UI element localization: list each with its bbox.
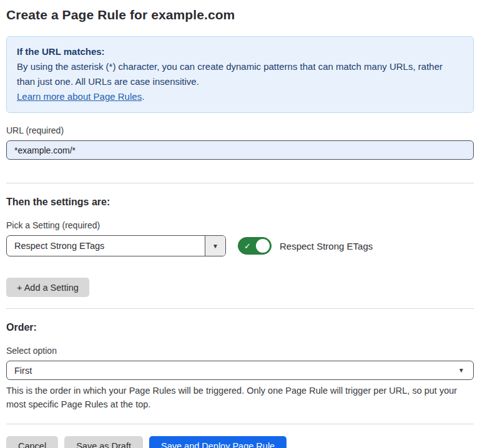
cancel-button[interactable]: Cancel: [6, 436, 58, 448]
settings-section-heading: Then the settings are:: [6, 197, 474, 208]
setting-toggle[interactable]: ✓: [238, 237, 272, 255]
chevron-down-icon: ▼: [212, 243, 218, 250]
setting-row: Respect Strong ETags ▼ ✓ Respect Strong …: [6, 235, 474, 256]
setting-dropdown[interactable]: Respect Strong ETags ▼: [6, 235, 226, 256]
pick-setting-label: Pick a Setting (required): [6, 220, 474, 230]
url-field-label: URL (required): [6, 125, 474, 135]
order-select[interactable]: First ▼: [6, 361, 474, 380]
url-input[interactable]: [6, 140, 474, 160]
order-section-heading: Order:: [6, 322, 474, 333]
page-title: Create a Page Rule for example.com: [6, 7, 474, 22]
create-page-rule-panel: Create a Page Rule for example.com If th…: [0, 0, 480, 448]
divider: [6, 183, 474, 183]
order-select-label: Select option: [6, 346, 474, 356]
info-box-heading: If the URL matches:: [17, 44, 463, 59]
check-icon: ✓: [244, 242, 251, 250]
chevron-down-icon: ▼: [458, 367, 464, 374]
toggle-knob: [256, 239, 270, 253]
divider: [6, 424, 474, 424]
info-box-body: By using the asterisk (*) character, you…: [17, 61, 443, 87]
footer-actions: Cancel Save as Draft Save and Deploy Pag…: [6, 436, 474, 448]
setting-dropdown-value: Respect Strong ETags: [7, 236, 205, 256]
save-as-draft-button[interactable]: Save as Draft: [64, 436, 143, 448]
toggle-label: Respect Strong ETags: [280, 241, 373, 251]
divider: [6, 308, 474, 309]
order-select-value: First: [14, 366, 458, 376]
setting-dropdown-arrow-button[interactable]: ▼: [205, 236, 225, 256]
add-setting-button[interactable]: + Add a Setting: [6, 278, 89, 297]
order-help-text: This is the order in which your Page Rul…: [6, 384, 474, 411]
learn-more-link[interactable]: Learn more about Page Rules: [17, 91, 142, 102]
save-and-deploy-button[interactable]: Save and Deploy Page Rule: [149, 436, 287, 448]
link-suffix: .: [142, 91, 144, 102]
url-match-info-box: If the URL matches: By using the asteris…: [6, 36, 474, 113]
